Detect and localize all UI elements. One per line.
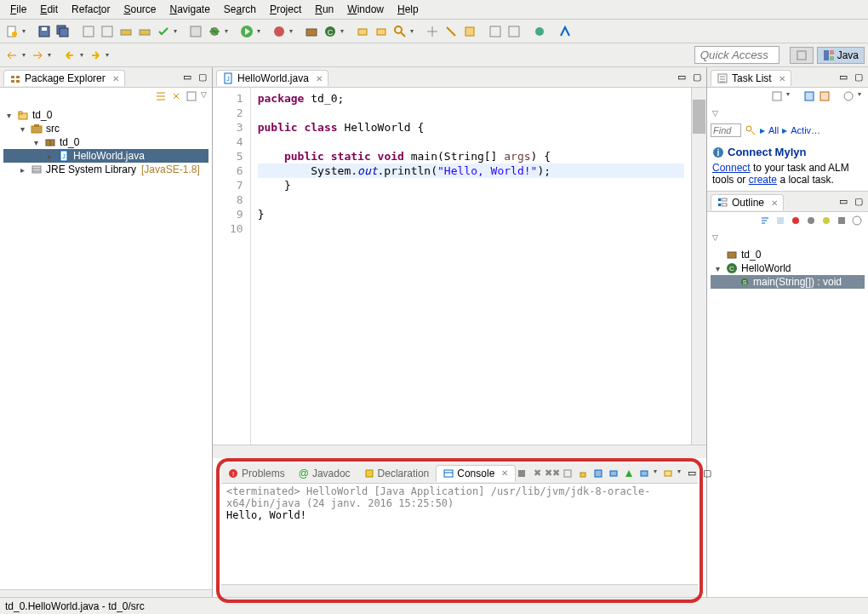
remove-all-icon[interactable]: ✖✖ [546, 468, 558, 479]
tb-icon-8[interactable] [373, 23, 390, 40]
menu-edit[interactable]: Edit [33, 2, 65, 17]
tb-icon-3[interactable] [117, 23, 134, 40]
editor-tab[interactable]: J HelloWorld.java ✕ [216, 70, 328, 86]
remove-launch-icon[interactable]: ✖ [531, 468, 543, 479]
new-button[interactable] [3, 23, 20, 40]
editor-body[interactable]: 12345678910 package td_0; public class H… [213, 88, 706, 445]
pin-console-icon[interactable] [592, 468, 604, 479]
save-all-button[interactable] [54, 23, 71, 40]
close-icon[interactable]: ✕ [779, 74, 785, 83]
run-dropdown[interactable]: ▾ [255, 27, 262, 35]
outline-tab[interactable]: Outline ✕ [711, 194, 784, 210]
save-button[interactable] [36, 23, 53, 40]
minimize-button[interactable]: ▭ [686, 468, 698, 479]
package-explorer-tab[interactable]: Package Explorer ✕ [3, 70, 125, 86]
menu-refactor[interactable]: Refactor [65, 2, 117, 17]
minimize-button[interactable]: ▭ [676, 72, 688, 83]
close-icon[interactable]: ✕ [501, 468, 508, 478]
maximize-button[interactable]: ▢ [853, 72, 865, 83]
maximize-button[interactable]: ▢ [701, 468, 713, 479]
filter-icon-3[interactable] [805, 215, 817, 227]
menu-navigate[interactable]: Navigate [163, 2, 216, 17]
filter-icon-4[interactable] [820, 215, 832, 227]
declaration-tab[interactable]: Declaration [357, 466, 437, 481]
nav-icon-1[interactable] [3, 47, 20, 64]
console-tab[interactable]: Console✕ [436, 465, 516, 482]
tb-icon-10[interactable] [443, 23, 460, 40]
java-perspective-button[interactable]: Java [817, 47, 865, 64]
tb-icon-12[interactable] [487, 23, 504, 40]
minimize-button[interactable]: ▭ [837, 72, 849, 83]
new-package-button[interactable] [303, 23, 320, 40]
search-button[interactable] [391, 23, 408, 40]
categorized-icon[interactable] [803, 90, 815, 102]
problems-tab[interactable]: !Problems [221, 466, 292, 481]
open-perspective-button[interactable] [790, 47, 814, 64]
vertical-scrollbar[interactable] [691, 88, 706, 445]
debug-button[interactable] [206, 23, 223, 40]
run-button[interactable] [238, 23, 255, 40]
quick-access-input[interactable] [694, 46, 779, 64]
menu-project[interactable]: Project [263, 2, 308, 17]
tb-icon-6[interactable] [187, 23, 204, 40]
tb-icon-2[interactable] [99, 23, 116, 40]
activate-link[interactable]: Activ… [791, 125, 820, 135]
view-dropdown[interactable]: ▽ [712, 109, 718, 118]
menu-window[interactable]: Window [340, 2, 391, 17]
focus-icon[interactable] [842, 90, 854, 102]
tb-icon-11[interactable] [461, 23, 478, 40]
package-node[interactable]: ▾ td_0 [3, 135, 208, 149]
console-menu-icon[interactable] [638, 468, 650, 479]
new-dropdown[interactable]: ▾ [20, 27, 27, 35]
new-console-icon[interactable] [662, 468, 674, 479]
scroll-lock-icon[interactable] [577, 468, 589, 479]
menu-source[interactable]: Source [117, 2, 163, 17]
console-hscroll[interactable] [221, 584, 698, 598]
minimize-button[interactable]: ▭ [837, 196, 849, 208]
view-dropdown[interactable]: ▽ [201, 90, 207, 102]
tb-icon-5[interactable] [155, 23, 172, 40]
create-link[interactable]: create [749, 174, 777, 186]
open-console-icon[interactable] [623, 468, 635, 479]
open-type-button[interactable] [354, 23, 371, 40]
minimize-button[interactable]: ▭ [181, 72, 193, 83]
tb-icon-1[interactable] [80, 23, 97, 40]
filter-icon-1[interactable] [774, 215, 786, 227]
display-selected-icon[interactable] [608, 468, 620, 479]
scheduled-icon[interactable] [819, 90, 831, 102]
project-node[interactable]: ▾ td_0 [3, 108, 208, 122]
java-file-node[interactable]: ▸ J HelloWorld.java [3, 149, 208, 163]
maximize-button[interactable]: ▢ [853, 196, 865, 208]
focus-outline-icon[interactable] [851, 215, 863, 227]
task-list-tab[interactable]: Task List ✕ [711, 70, 791, 86]
menu-help[interactable]: Help [391, 2, 425, 17]
clear-console-icon[interactable] [562, 468, 574, 479]
outline-package-node[interactable]: td_0 [711, 248, 865, 261]
outline-class-node[interactable]: ▾ C HelloWorld [711, 261, 865, 275]
jre-library-node[interactable]: ▸ JRE System Library [JavaSE-1.8] [3, 163, 208, 176]
tb-icon-13[interactable] [505, 23, 523, 40]
menu-file[interactable]: File [3, 2, 33, 17]
close-icon[interactable]: ✕ [316, 74, 323, 83]
find-input[interactable] [711, 123, 741, 137]
tb-icon-15[interactable] [557, 23, 574, 40]
tb-icon-7[interactable] [271, 23, 288, 40]
editor-hscroll[interactable] [213, 445, 706, 458]
tb-icon-4[interactable] [136, 23, 153, 40]
link-editor-icon[interactable] [170, 90, 182, 102]
src-folder-node[interactable]: ▾ src [3, 122, 208, 135]
menu-run[interactable]: Run [308, 2, 340, 17]
tb-icon-9[interactable] [424, 23, 441, 40]
javadoc-tab[interactable]: @Javadoc [292, 466, 357, 481]
maximize-button[interactable]: ▢ [691, 72, 703, 83]
find-icon[interactable] [745, 124, 757, 136]
tb-icon-14[interactable] [531, 23, 548, 40]
console-output[interactable]: <terminated> HelloWorld [Java Applicatio… [221, 484, 698, 584]
new-task-icon[interactable] [771, 90, 783, 102]
sort-icon[interactable] [759, 215, 771, 227]
code-area[interactable]: package td_0; public class HelloWorld { … [251, 88, 691, 445]
filter-icon-2[interactable] [790, 215, 802, 227]
filter-icon-5[interactable] [836, 215, 848, 227]
menu-search[interactable]: Search [217, 2, 263, 17]
forward-button[interactable] [87, 47, 104, 64]
